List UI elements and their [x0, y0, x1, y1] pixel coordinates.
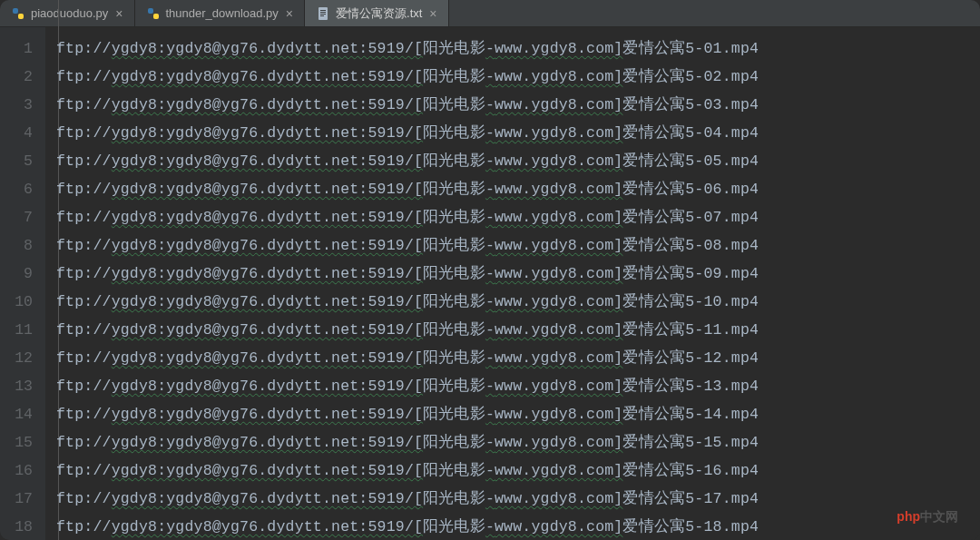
code-line[interactable]: ftp://ygdy8:ygdy8@yg76.dydytt.net:5919/[…: [56, 372, 980, 400]
code-text-segment: 爱情公寓: [622, 293, 685, 310]
code-text-segment: -: [485, 40, 495, 57]
code-text-segment: ygdy8:ygdy8@yg76.dydytt.net:5919/[: [112, 349, 423, 367]
code-text-segment: ftp://: [56, 518, 112, 535]
code-text-segment: ygdy8:ygdy8@yg76.dydytt.net:5919/[: [112, 406, 423, 423]
close-icon[interactable]: ×: [429, 6, 436, 21]
code-text-segment: 阳光电影: [423, 124, 485, 142]
code-text-segment: ftp://: [56, 237, 112, 254]
code-text-segment: ftp://: [56, 265, 112, 282]
code-text-segment: 阳光电影: [423, 265, 485, 282]
tab-label: piaoduoduo.py: [31, 6, 108, 20]
code-text-segment: 爱情公寓: [622, 237, 685, 254]
code-text-segment: www.ygdy8.com]: [495, 40, 622, 57]
code-text-segment: 阳光电影: [423, 518, 485, 535]
code-text-segment: ftp://: [56, 293, 112, 310]
code-text-segment: ftp://: [56, 462, 112, 479]
code-text-segment: 爱情公寓: [622, 462, 685, 479]
code-text-segment: 阳光电影: [423, 237, 485, 254]
line-number: 18: [0, 513, 45, 540]
code-area[interactable]: ftp://ygdy8:ygdy8@yg76.dydytt.net:5919/[…: [45, 27, 980, 540]
line-number: 14: [0, 400, 45, 428]
code-line[interactable]: ftp://ygdy8:ygdy8@yg76.dydytt.net:5919/[…: [56, 119, 980, 147]
code-text-segment: 爱情公寓: [622, 181, 685, 198]
code-line[interactable]: ftp://ygdy8:ygdy8@yg76.dydytt.net:5919/[…: [56, 428, 980, 457]
code-text-segment: 阳光电影: [423, 378, 485, 395]
code-text-segment: -: [485, 462, 495, 479]
code-line[interactable]: ftp://ygdy8:ygdy8@yg76.dydytt.net:5919/[…: [56, 34, 980, 63]
code-text-segment: 5-11.mp4: [685, 321, 759, 339]
svg-rect-0: [13, 8, 18, 14]
code-text-segment: 阳光电影: [423, 293, 485, 310]
code-text-segment: ygdy8:ygdy8@yg76.dydytt.net:5919/[: [112, 96, 423, 113]
line-number: 15: [0, 428, 45, 457]
code-text-segment: -: [485, 349, 495, 367]
code-text-segment: 阳光电影: [423, 490, 485, 507]
code-text-segment: ygdy8:ygdy8@yg76.dydytt.net:5919/[: [112, 293, 423, 310]
code-text-segment: 爱情公寓: [622, 152, 685, 170]
tab-text-2[interactable]: 爱情公寓资源.txt×: [305, 0, 449, 26]
code-line[interactable]: ftp://ygdy8:ygdy8@yg76.dydytt.net:5919/[…: [56, 344, 980, 372]
code-line[interactable]: ftp://ygdy8:ygdy8@yg76.dydytt.net:5919/[…: [56, 147, 980, 175]
close-icon[interactable]: ×: [115, 6, 122, 21]
line-number: 12: [0, 344, 45, 372]
code-text-segment: 5-13.mp4: [685, 378, 759, 395]
code-line[interactable]: ftp://ygdy8:ygdy8@yg76.dydytt.net:5919/[…: [56, 288, 980, 316]
code-text-segment: 阳光电影: [423, 349, 485, 367]
code-line[interactable]: ftp://ygdy8:ygdy8@yg76.dydytt.net:5919/[…: [56, 457, 980, 485]
code-text-segment: -: [485, 490, 495, 507]
code-text-segment: -: [485, 68, 495, 85]
line-number: 11: [0, 316, 45, 344]
code-text-segment: -: [485, 152, 495, 170]
code-text-segment: www.ygdy8.com]: [495, 181, 622, 198]
tab-label: 爱情公寓资源.txt: [336, 5, 422, 22]
code-text-segment: ftp://: [56, 378, 112, 395]
close-icon[interactable]: ×: [286, 6, 293, 21]
code-text-segment: -: [485, 378, 495, 395]
code-text-segment: www.ygdy8.com]: [495, 96, 622, 113]
badge-text-a: php: [897, 509, 920, 524]
code-text-segment: -: [485, 265, 495, 282]
code-line[interactable]: ftp://ygdy8:ygdy8@yg76.dydytt.net:5919/[…: [56, 260, 980, 288]
code-text-segment: 5-03.mp4: [685, 96, 759, 113]
python-icon: [146, 6, 161, 21]
code-text-segment: ftp://: [56, 349, 112, 367]
code-text-segment: 爱情公寓: [622, 378, 685, 395]
code-text-segment: www.ygdy8.com]: [495, 152, 622, 170]
code-text-segment: ygdy8:ygdy8@yg76.dydytt.net:5919/[: [112, 462, 423, 479]
code-line[interactable]: ftp://ygdy8:ygdy8@yg76.dydytt.net:5919/[…: [56, 316, 980, 344]
code-text-segment: ygdy8:ygdy8@yg76.dydytt.net:5919/[: [112, 124, 423, 142]
svg-rect-8: [320, 15, 324, 16]
code-text-segment: -: [485, 293, 495, 310]
code-text-segment: 5-10.mp4: [685, 293, 759, 310]
code-line[interactable]: ftp://ygdy8:ygdy8@yg76.dydytt.net:5919/[…: [56, 63, 980, 91]
code-text-segment: 5-09.mp4: [685, 265, 759, 282]
code-text-segment: 阳光电影: [423, 406, 485, 423]
code-line[interactable]: ftp://ygdy8:ygdy8@yg76.dydytt.net:5919/[…: [56, 91, 980, 119]
svg-rect-7: [320, 14, 326, 15]
svg-rect-5: [320, 10, 326, 11]
code-line[interactable]: ftp://ygdy8:ygdy8@yg76.dydytt.net:5919/[…: [56, 175, 980, 203]
code-text-segment: www.ygdy8.com]: [495, 124, 622, 142]
tab-python-0[interactable]: piaoduoduo.py×: [0, 0, 135, 26]
code-text-segment: ygdy8:ygdy8@yg76.dydytt.net:5919/[: [112, 181, 423, 198]
code-text-segment: 爱情公寓: [622, 209, 685, 226]
code-text-segment: ygdy8:ygdy8@yg76.dydytt.net:5919/[: [112, 490, 423, 507]
code-line[interactable]: ftp://ygdy8:ygdy8@yg76.dydytt.net:5919/[…: [56, 400, 980, 428]
code-text-segment: 阳光电影: [423, 152, 485, 170]
editor-body: 123456789101112131415161718 ftp://ygdy8:…: [0, 27, 980, 540]
code-line[interactable]: ftp://ygdy8:ygdy8@yg76.dydytt.net:5919/[…: [56, 485, 980, 513]
python-icon: [11, 6, 25, 21]
svg-rect-1: [18, 14, 24, 19]
line-number: 10: [0, 288, 45, 316]
svg-rect-3: [153, 14, 159, 19]
tab-python-1[interactable]: thunder_download.py×: [135, 0, 306, 26]
code-text-segment: 爱情公寓: [622, 68, 685, 85]
code-line[interactable]: ftp://ygdy8:ygdy8@yg76.dydytt.net:5919/[…: [56, 231, 980, 260]
code-text-segment: ygdy8:ygdy8@yg76.dydytt.net:5919/[: [112, 378, 423, 395]
code-line[interactable]: ftp://ygdy8:ygdy8@yg76.dydytt.net:5919/[…: [56, 203, 980, 231]
code-text-segment: www.ygdy8.com]: [495, 406, 622, 423]
line-number: 5: [0, 147, 45, 175]
line-number: 4: [0, 119, 45, 147]
code-text-segment: 爱情公寓: [622, 124, 685, 142]
code-line[interactable]: ftp://ygdy8:ygdy8@yg76.dydytt.net:5919/[…: [56, 513, 980, 540]
